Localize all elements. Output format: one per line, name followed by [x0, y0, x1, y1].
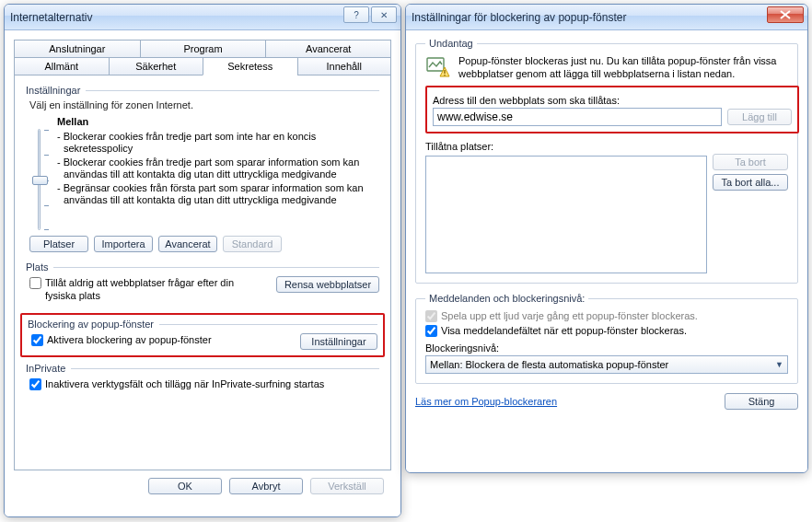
popup-block-icon	[425, 54, 451, 80]
show-infobar-label: Visa meddelandefältet när ett popup-föns…	[441, 324, 788, 337]
blocking-level-label: Blockeringsnivå:	[425, 342, 788, 354]
tab-allmant[interactable]: Allmänt	[14, 57, 109, 75]
privacy-level-description: Mellan - Blockerar cookies från tredje p…	[57, 116, 379, 230]
slider-thumb[interactable]	[32, 176, 48, 185]
import-button[interactable]: Importera	[94, 236, 153, 252]
address-input-highlight: Adress till den webbplats som ska tillåt…	[425, 86, 799, 133]
disallow-location-box[interactable]	[29, 277, 41, 289]
play-sound-checkbox[interactable]: Spela upp ett ljud varje gång ett popup-…	[425, 309, 788, 322]
apply-button: Verkställ	[310, 478, 384, 494]
popup-blocker-settings-dialog: Inställningar för blockering av popup-fö…	[405, 4, 808, 473]
notifications-legend: Meddelanden och blockeringsnivå:	[425, 293, 588, 304]
privacy-level-name: Mellan	[57, 116, 379, 127]
tab-program[interactable]: Program	[140, 40, 266, 57]
help-button[interactable]: ?	[343, 6, 369, 23]
enable-popup-blocking-box[interactable]	[31, 334, 43, 346]
exceptions-desc: Popup-fönster blockeras just nu. Du kan …	[458, 54, 788, 80]
window-title: Internetalternativ	[10, 11, 92, 24]
tab-avancerat[interactable]: Avancerat	[265, 40, 391, 57]
popup-blocking-group: Blockering av popup-fönster Aktivera blo…	[28, 319, 377, 350]
tab-innehall[interactable]: Innehåll	[297, 57, 392, 75]
titlebar[interactable]: Inställningar för blockering av popup-fö…	[406, 5, 807, 30]
enable-popup-blocking-label: Aktivera blockering av popup-fönster	[47, 333, 212, 346]
advanced-button[interactable]: Avancerat	[158, 236, 217, 252]
dialog-buttons: OK Avbryt Verkställ	[14, 470, 391, 494]
show-infobar-box[interactable]	[425, 325, 437, 337]
show-infobar-checkbox[interactable]: Visa meddelandefältet när ett popup-föns…	[425, 324, 788, 337]
popup-blocking-header: Blockering av popup-fönster	[28, 319, 154, 330]
settings-header: Inställningar	[26, 85, 80, 96]
client-area: Undantag Popup-fönster blockeras just nu…	[406, 30, 807, 472]
tab-panel-sekretess: Inställningar Välj en inställning för zo…	[14, 75, 391, 470]
cancel-button[interactable]: Avbryt	[229, 478, 303, 494]
window-title: Inställningar för blockering av popup-fö…	[412, 11, 626, 24]
exceptions-legend: Undantag	[425, 38, 477, 49]
play-sound-label: Spela upp ett ljud varje gång ett popup-…	[441, 309, 788, 322]
tab-sekretess[interactable]: Sekretess	[203, 57, 297, 75]
tab-sakerhet[interactable]: Säkerhet	[109, 57, 203, 75]
address-input[interactable]	[433, 108, 722, 126]
internet-options-dialog: Internetalternativ ? ✕ Anslutningar Prog…	[4, 4, 401, 517]
tabstrip: Anslutningar Program Avancerat Allmänt S…	[14, 40, 391, 470]
titlebar[interactable]: Internetalternativ ? ✕	[5, 5, 400, 30]
privacy-bullet: - Blockerar cookies från tredje part som…	[57, 157, 379, 180]
blocking-level-combo[interactable]: Mellan: Blockera de flesta automatiska p…	[425, 355, 788, 374]
close-dialog-button[interactable]: Stäng	[725, 393, 798, 410]
tab-anslutningar[interactable]: Anslutningar	[14, 40, 140, 57]
client-area: Anslutningar Program Avancerat Allmänt S…	[5, 30, 400, 516]
location-header: Plats	[26, 261, 48, 273]
play-sound-box	[425, 310, 437, 322]
exceptions-group: Undantag Popup-fönster blockeras just nu…	[415, 38, 798, 284]
allowed-sites-label: Tillåtna platser:	[425, 141, 788, 152]
remove-button: Ta bort	[713, 154, 788, 170]
popup-blocking-highlight: Blockering av popup-fönster Aktivera blo…	[20, 313, 385, 357]
remove-all-button[interactable]: Ta bort alla...	[713, 174, 788, 191]
privacy-bullet: - Begränsar cookies från första part som…	[57, 182, 379, 206]
svg-rect-1	[444, 70, 445, 74]
disallow-location-label: Tillåt aldrig att webbplatser frågar eft…	[45, 276, 241, 302]
blocking-level-value: Mellan: Blockera de flesta automatiska p…	[430, 359, 668, 370]
location-group: Plats Tillåt aldrig att webbplatser fråg…	[26, 261, 379, 304]
close-button[interactable]	[767, 6, 804, 23]
privacy-bullet: - Blockerar cookies från tredje part som…	[57, 131, 379, 155]
default-button: Standard	[223, 236, 282, 252]
inprivate-disable-toolbars-box[interactable]	[29, 378, 41, 390]
enable-popup-blocking-checkbox[interactable]: Aktivera blockering av popup-fönster	[31, 333, 212, 346]
inprivate-group: InPrivate Inaktivera verktygsfält och ti…	[26, 363, 379, 390]
sites-button[interactable]: Platser	[29, 236, 88, 252]
disallow-location-checkbox[interactable]: Tillåt aldrig att webbplatser frågar eft…	[29, 276, 241, 302]
settings-instruction: Välj en inställning för zonen Internet.	[29, 99, 379, 110]
inprivate-header: InPrivate	[26, 363, 65, 374]
allowed-sites-listbox[interactable]	[425, 156, 707, 273]
ok-button[interactable]: OK	[148, 478, 222, 494]
settings-group: Inställningar Välj en inställning för zo…	[26, 85, 379, 252]
svg-rect-2	[444, 75, 445, 75]
add-button[interactable]: Lägg till	[727, 109, 792, 125]
inprivate-disable-toolbars-label: Inaktivera verktygsfält och tillägg när …	[45, 377, 379, 390]
privacy-level-slider[interactable]	[29, 116, 48, 230]
address-label: Adress till den webbplats som ska tillåt…	[433, 95, 792, 106]
inprivate-disable-toolbars-checkbox[interactable]: Inaktivera verktygsfält och tillägg när …	[29, 377, 379, 390]
popup-settings-button[interactable]: Inställningar	[300, 333, 377, 350]
clear-sites-button[interactable]: Rensa webbplatser	[276, 276, 379, 293]
chevron-down-icon: ▼	[775, 360, 783, 369]
close-button[interactable]: ✕	[371, 6, 397, 23]
learn-more-link[interactable]: Läs mer om Popup-blockeraren	[415, 396, 557, 407]
close-icon	[780, 10, 791, 19]
notifications-group: Meddelanden och blockeringsnivå: Spela u…	[415, 293, 798, 384]
